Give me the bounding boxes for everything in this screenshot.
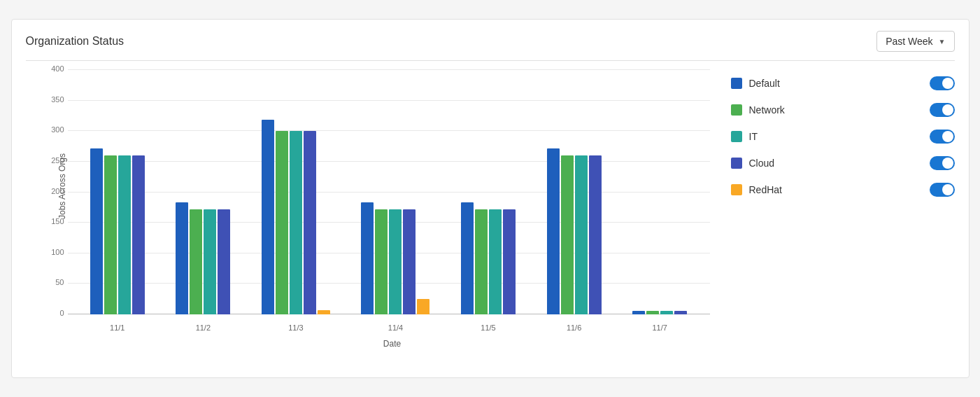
bar-date-label: 11/6: [567, 323, 581, 332]
legend-label: Cloud: [749, 158, 775, 169]
bar: [132, 155, 145, 314]
legend-toggle[interactable]: [930, 76, 955, 90]
bar: [503, 209, 516, 314]
bar: [389, 209, 402, 314]
legend-item: Default: [731, 76, 955, 90]
bars-area: 11/111/211/311/411/511/611/7: [68, 69, 710, 314]
bar-date-label: 11/5: [481, 323, 495, 332]
bar: [589, 155, 602, 314]
bar-date-label: 11/7: [652, 323, 667, 332]
legend-item: RedHat: [731, 183, 955, 197]
chevron-down-icon: ▼: [939, 38, 946, 46]
bar-date-label: 11/2: [196, 323, 211, 332]
organization-status-card: Organization Status Past Week ▼ Jobs Acr…: [11, 19, 970, 378]
legend-item: IT: [731, 130, 955, 144]
bar: [204, 209, 216, 314]
bar-date-label: 11/1: [110, 323, 125, 332]
legend-label: Default: [749, 78, 780, 89]
bar: [547, 148, 560, 314]
bar: [561, 155, 574, 314]
bar-group: 11/4: [361, 202, 429, 314]
legend-item-left: Default: [731, 78, 780, 89]
card-title: Organization Status: [26, 35, 125, 48]
bar: [290, 131, 302, 314]
x-axis-label: Date: [68, 339, 717, 349]
legend-panel: DefaultNetworkITCloudRedHat: [731, 69, 955, 363]
chart-area: Jobs Across Orgs 400 350 300 250 200 150…: [26, 69, 955, 363]
legend-color-swatch: [731, 78, 742, 89]
bar: [361, 202, 374, 314]
legend-color-swatch: [731, 184, 742, 195]
bar: [646, 311, 659, 314]
bar: [276, 131, 288, 314]
bar: [674, 311, 687, 314]
legend-item-left: IT: [731, 131, 758, 142]
bar-group: 11/3: [262, 120, 330, 314]
legend-item-left: Cloud: [731, 158, 775, 169]
legend-toggle[interactable]: [930, 103, 955, 117]
legend-color-swatch: [731, 104, 742, 116]
bar: [176, 202, 188, 314]
legend-item-left: RedHat: [731, 184, 782, 195]
legend-color-swatch: [731, 131, 742, 142]
chart-inner: Jobs Across Orgs 400 350 300 250 200 150…: [68, 69, 710, 335]
chart-container: Jobs Across Orgs 400 350 300 250 200 150…: [26, 69, 717, 363]
bar-date-label: 11/4: [388, 323, 403, 332]
bar: [489, 209, 502, 314]
bar: [118, 155, 131, 314]
header-divider: [26, 60, 955, 61]
bar: [262, 120, 274, 314]
bar-group: 11/7: [632, 311, 687, 314]
bar-group: 11/1: [90, 148, 145, 314]
bar: [575, 155, 588, 314]
bar: [304, 131, 316, 314]
legend-label: RedHat: [749, 184, 782, 195]
bar: [632, 311, 645, 314]
legend-toggle[interactable]: [930, 183, 955, 197]
dropdown-label: Past Week: [886, 36, 932, 47]
bar: [318, 310, 330, 314]
legend-toggle[interactable]: [930, 130, 955, 144]
bar: [417, 299, 429, 314]
bar-group: 11/5: [461, 202, 516, 314]
bar: [403, 209, 416, 314]
legend-color-swatch: [731, 158, 742, 169]
bar: [218, 209, 230, 314]
bar: [461, 202, 474, 314]
time-range-dropdown[interactable]: Past Week ▼: [876, 31, 954, 52]
bar: [190, 209, 202, 314]
bar: [660, 311, 673, 314]
legend-item-left: Network: [731, 104, 785, 116]
legend-label: IT: [749, 131, 758, 142]
bar: [375, 209, 388, 314]
legend-label: Network: [749, 104, 785, 116]
legend-item: Cloud: [731, 156, 955, 170]
bar: [475, 209, 488, 314]
bar: [90, 148, 103, 314]
bar-group: 11/2: [176, 202, 230, 314]
bar: [104, 155, 117, 314]
legend-toggle[interactable]: [930, 156, 955, 170]
legend-item: Network: [731, 103, 955, 117]
bar-group: 11/6: [547, 148, 602, 314]
card-header: Organization Status Past Week ▼: [26, 31, 955, 52]
bar-date-label: 11/3: [288, 323, 303, 332]
